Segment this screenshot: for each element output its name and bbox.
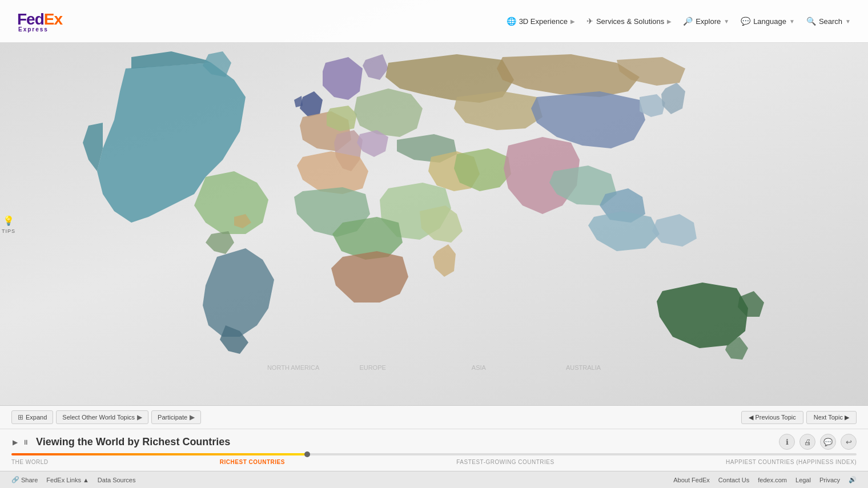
data-sources-label: Data Sources (98, 477, 136, 483)
share-button[interactable]: ↩ (841, 434, 857, 450)
previous-topic-label: ◀ Previous Topic (749, 414, 795, 421)
tips-icon: 💡 (3, 215, 14, 225)
next-topic-label: Next Topic ▶ (814, 414, 849, 421)
southern-africa[interactable] (331, 251, 408, 303)
nav-language[interactable]: 💬 Language ▼ (741, 17, 795, 26)
nav-search-arrow: ▼ (845, 18, 851, 25)
ireland[interactable] (294, 96, 303, 107)
germany-benelux[interactable] (327, 106, 357, 131)
scandinavia[interactable] (323, 57, 363, 100)
globe-icon: 🌐 (507, 17, 516, 26)
comment-button[interactable]: 💬 (820, 434, 836, 450)
legal-link[interactable]: Legal (795, 477, 811, 483)
explore-icon: 🔎 (683, 17, 693, 26)
progress-label-fastest-growing[interactable]: FASTEST-GROWING COUNTRIES (456, 459, 554, 465)
about-fedex-link[interactable]: About FedEx (673, 477, 710, 483)
nav-explore[interactable]: 🔎 Explore ▼ (683, 17, 729, 26)
toolbar-left: ⊞ Expand Select Other World Topics ▶ Par… (11, 410, 201, 424)
watermark-europe: EUROPE (359, 364, 385, 371)
fedex-logo[interactable]: FedEx Express (17, 10, 62, 33)
print-button[interactable]: 🖨 (799, 434, 815, 450)
footer-right: About FedEx Contact Us fedex.com Legal P… (673, 476, 857, 483)
central-america[interactable] (206, 231, 234, 254)
expand-label: Expand (26, 414, 47, 421)
participate-arrow-icon: ▶ (190, 413, 195, 421)
nav-3d-experience[interactable]: 🌐 3D Experience ▶ (507, 17, 575, 26)
expand-icon: ⊞ (18, 413, 23, 421)
progress-label-happiest-countries[interactable]: HAPPIEST COUNTRIES (HAPPINESS INDEX) (726, 459, 857, 465)
nav-language-label: Language (753, 17, 786, 26)
watermark-australia: AUSTRALIA (566, 364, 601, 371)
finland[interactable] (363, 54, 388, 80)
sound-control[interactable]: 🔊 (849, 476, 857, 483)
nav-services-solutions[interactable]: ✈ Services & Solutions ▶ (586, 17, 672, 26)
indonesia[interactable] (588, 211, 660, 251)
pause-button[interactable]: ⏸ (21, 437, 30, 447)
title-icons: ℹ 🖨 💬 ↩ (779, 434, 857, 450)
print-icon: 🖨 (804, 438, 811, 446)
nav-search[interactable]: 🔍 Search ▼ (806, 17, 851, 26)
progress-label-richest-countries[interactable]: RICHEST COUNTRIES (220, 459, 285, 465)
title-row: ▶ ⏸ Viewing the World by Richest Countri… (11, 434, 857, 450)
fedex-links-link[interactable]: FedEx Links ▲ (46, 477, 89, 483)
nav-language-arrow: ▼ (789, 18, 795, 25)
eastern-europe[interactable] (354, 88, 423, 137)
tips-label: TIPS (2, 228, 15, 233)
tips-panel[interactable]: 💡 TIPS (0, 215, 17, 233)
progress-fill (11, 453, 307, 455)
indonesia-east[interactable] (652, 214, 697, 247)
progress-label-the-world[interactable]: THE WORLD (11, 459, 49, 465)
fedex-com-link[interactable]: fedex.com (758, 477, 787, 483)
central-asia[interactable] (454, 91, 542, 130)
nav-explore-arrow: ▼ (724, 18, 729, 25)
share-link-label: Share (21, 477, 38, 483)
sound-icon: 🔊 (849, 476, 857, 483)
footer: 🔗 Share FedEx Links ▲ Data Sources About… (0, 471, 868, 488)
south-america-main[interactable] (203, 248, 274, 337)
page-title: Viewing the World by Richest Countries (36, 436, 230, 448)
participate-button[interactable]: Participate ▶ (151, 410, 201, 424)
about-fedex-label: About FedEx (673, 477, 710, 483)
fedex-com-label: fedex.com (758, 477, 787, 483)
eastern-us[interactable] (194, 171, 268, 234)
privacy-link[interactable]: Privacy (819, 477, 840, 483)
logo-ex: Ex (44, 10, 62, 28)
bottom-panel: ⊞ Expand Select Other World Topics ▶ Par… (0, 405, 868, 488)
toolbar-right: ◀ Previous Topic Next Topic ▶ (741, 411, 857, 424)
north-africa[interactable] (297, 151, 368, 194)
progress-area: THE WORLD RICHEST COUNTRIES FASTEST-GROW… (11, 453, 857, 465)
fedex-links-label: FedEx Links ▲ (46, 477, 89, 483)
other-world-topics-button[interactable]: Select Other World Topics ▶ (56, 410, 148, 424)
logo-area: FedEx Express (17, 10, 62, 33)
watermark-asia: ASIA (472, 364, 486, 371)
world-map-svg[interactable] (57, 43, 799, 402)
share-link-icon: 🔗 (11, 476, 19, 483)
japan[interactable] (661, 83, 685, 114)
progress-labels: THE WORLD RICHEST COUNTRIES FASTEST-GROW… (11, 459, 857, 465)
play-button[interactable]: ▶ (11, 437, 19, 447)
progress-track[interactable] (11, 453, 857, 455)
nav-search-label: Search (819, 17, 842, 26)
horn-africa[interactable] (420, 205, 463, 243)
map-watermarks: NORTH AMERICA EUROPE ASIA AUSTRALIA (267, 364, 601, 371)
share-link[interactable]: 🔗 Share (11, 476, 38, 483)
plane-icon: ✈ (586, 17, 593, 26)
language-icon: 💬 (741, 17, 750, 26)
uk[interactable] (300, 91, 323, 117)
footer-left: 🔗 Share FedEx Links ▲ Data Sources (11, 476, 136, 483)
map-container: 💡 TIPS NORTH AMERICA EUROPE ASIA AUSTRAL… (0, 43, 868, 405)
data-sources-link[interactable]: Data Sources (98, 477, 136, 483)
previous-topic-button[interactable]: ◀ Previous Topic (741, 411, 803, 424)
nav-3d-experience-arrow: ▶ (570, 18, 575, 25)
watermark-north-america: NORTH AMERICA (267, 364, 319, 371)
nav-services-arrow: ▶ (667, 18, 672, 25)
balkans[interactable] (357, 130, 388, 157)
expand-button[interactable]: ⊞ Expand (11, 410, 53, 424)
contact-us-link[interactable]: Contact Us (718, 477, 749, 483)
progress-dot (304, 451, 310, 457)
next-topic-button[interactable]: Next Topic ▶ (806, 411, 857, 424)
legal-label: Legal (795, 477, 811, 483)
australia[interactable] (657, 283, 748, 348)
madagascar[interactable] (433, 244, 456, 277)
info-button[interactable]: ℹ (779, 434, 795, 450)
